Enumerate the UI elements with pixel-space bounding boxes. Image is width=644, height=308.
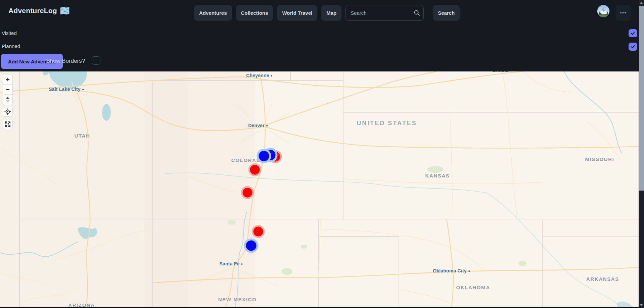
- compass-button[interactable]: [3, 95, 12, 105]
- map-overlay: UNITED STATESUTAHCOLORADOKANSASMISSOURIO…: [0, 71, 639, 307]
- app-title: AdventureLog: [8, 7, 57, 15]
- avatar[interactable]: [597, 5, 610, 17]
- planned-label: Planned: [2, 43, 20, 49]
- map-state-label: ARIZONA: [68, 302, 95, 307]
- compass-down-icon: [6, 100, 10, 103]
- zoom-in-button[interactable]: +: [3, 74, 12, 85]
- map-canvas[interactable]: UNITED STATESUTAHCOLORADOKANSASMISSOURIO…: [0, 71, 639, 307]
- nav-button-map[interactable]: Map: [321, 5, 341, 21]
- city-dot: [271, 75, 272, 76]
- scrollbar-up-arrow[interactable]: [640, 2, 643, 4]
- city-dot: [82, 89, 84, 90]
- map-marker-red[interactable]: [248, 163, 262, 176]
- planned-checkbox[interactable]: [629, 43, 637, 51]
- scrollbar-down-arrow[interactable]: [640, 304, 643, 306]
- map-marker-red[interactable]: [252, 225, 265, 238]
- map-city-label: Omaha: [492, 71, 511, 73]
- map-marker-blue[interactable]: [257, 149, 271, 163]
- map-city-label: Denver: [248, 123, 268, 128]
- nav-buttons: AdventuresCollectionsWorld TravelMap: [194, 5, 341, 21]
- checkmark-icon: [630, 44, 636, 49]
- visited-label: Visited: [2, 30, 17, 36]
- avatar-image: [597, 5, 609, 17]
- compass-up-icon: [6, 97, 10, 99]
- fullscreen-button[interactable]: [3, 119, 13, 129]
- search-icon: [414, 10, 420, 16]
- scrollbar-thumb[interactable]: [639, 6, 644, 191]
- map-zoom-controls: + −: [3, 74, 13, 105]
- nav-button-world-travel[interactable]: World Travel: [277, 5, 317, 21]
- map-state-label: OKLAHOMA: [456, 285, 490, 290]
- map-country-label: UNITED STATES: [357, 120, 417, 127]
- city-dot: [266, 125, 268, 126]
- map-city-label: Salt Lake City: [49, 87, 84, 92]
- map-state-label: ARKANSAS: [586, 276, 619, 282]
- overflow-menu-button[interactable]: •••: [615, 5, 631, 21]
- map-state-label: KANSAS: [425, 173, 450, 178]
- geolocate-button[interactable]: [3, 107, 13, 117]
- map-state-label: NEW MEXICO: [218, 297, 257, 302]
- search-wrap: [346, 5, 424, 21]
- map-state-label: MISSOURI: [585, 156, 614, 162]
- map-city-label: Oklahoma City: [433, 268, 470, 273]
- world-map-emoji-icon: [60, 7, 70, 15]
- app-logo[interactable]: AdventureLog: [8, 7, 70, 15]
- page-scrollbar[interactable]: [639, 0, 644, 308]
- fullscreen-icon: [4, 121, 11, 127]
- app-header: AdventureLog AdventuresCollectionsWorld …: [0, 0, 644, 71]
- visited-checkbox[interactable]: [629, 29, 637, 37]
- search-input[interactable]: [346, 5, 424, 21]
- nav-button-adventures[interactable]: Adventures: [194, 5, 232, 21]
- map-state-label: UTAH: [75, 133, 90, 139]
- checkmark-icon: [630, 31, 636, 36]
- nav-button-collections[interactable]: Collections: [236, 5, 273, 21]
- show-borders-label: Show Borders?: [46, 58, 85, 64]
- bottom-strip: [0, 307, 639, 308]
- map-city-label: Cheyenne: [246, 73, 272, 78]
- map-marker-red[interactable]: [241, 186, 254, 199]
- city-dot: [241, 263, 242, 265]
- show-borders-checkbox[interactable]: [92, 56, 100, 65]
- map-city-label: Santa Fe: [220, 261, 243, 266]
- zoom-out-button[interactable]: −: [3, 85, 12, 95]
- search-button[interactable]: Search: [433, 5, 460, 21]
- main-nav: AdventuresCollectionsWorld TravelMap Sea…: [194, 5, 460, 21]
- city-dot: [468, 270, 470, 272]
- map-marker-blue[interactable]: [244, 239, 259, 253]
- geolocate-icon: [4, 108, 11, 115]
